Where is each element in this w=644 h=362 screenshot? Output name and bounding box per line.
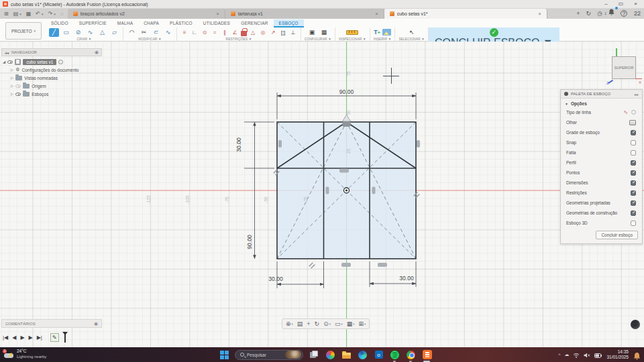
- play-button[interactable]: ▶: [20, 335, 24, 341]
- spline-tool-icon[interactable]: ∿: [85, 28, 95, 37]
- collapse-browser-icon[interactable]: ◂◂: [5, 50, 9, 55]
- pontos-checkbox[interactable]: [631, 170, 636, 176]
- assistant-button[interactable]: [631, 320, 640, 329]
- undo-caret-icon[interactable]: ▾: [42, 11, 44, 17]
- dim-bottom-left[interactable]: 30.00: [268, 276, 283, 282]
- configure-table-icon[interactable]: ▦: [319, 28, 329, 37]
- step-forward-button[interactable]: ▶: [29, 335, 33, 341]
- tree-root-row[interactable]: ◢ cubo setas v1 ◦: [1, 58, 102, 66]
- modificar-group-label[interactable]: MODIFICAR ▼: [138, 37, 161, 41]
- app-menu-icon[interactable]: ⊞: [4, 11, 9, 17]
- spline-linetype-icon[interactable]: ∿: [623, 109, 628, 115]
- project-button[interactable]: PROJETO▾: [5, 22, 42, 40]
- sync-status-icon[interactable]: ↻: [586, 9, 592, 18]
- minimize-button[interactable]: –: [604, 0, 607, 8]
- tree-item-vistas[interactable]: ▷ Vistas nomeadas: [1, 74, 102, 82]
- geom-projetadas-checkbox[interactable]: [631, 200, 636, 206]
- tab-chapa[interactable]: CHAPA: [138, 19, 164, 27]
- configure-feature-icon[interactable]: ▣: [307, 28, 317, 37]
- new-tab-button[interactable]: +: [576, 9, 580, 18]
- tab-solido[interactable]: SÓLIDO: [46, 19, 74, 27]
- dim-band-height[interactable]: 30.00: [235, 137, 242, 152]
- close-tab-icon[interactable]: ×: [199, 11, 219, 16]
- restricoes-group-label[interactable]: RESTRIÇÕES ▼: [226, 37, 252, 41]
- sketch-dimension-icon[interactable]: ≡: [180, 28, 189, 37]
- snap-checkbox[interactable]: [631, 140, 636, 145]
- zoom-icon[interactable]: ⊙▾: [323, 320, 331, 327]
- file-explorer-button[interactable]: [341, 350, 352, 360]
- grade-checkbox[interactable]: [631, 130, 636, 135]
- tangent-constraint-icon[interactable]: ⊙: [201, 28, 209, 37]
- step-back-button[interactable]: ◀: [12, 335, 16, 341]
- symmetry-constraint-icon[interactable]: [¦]: [279, 28, 287, 37]
- root-label[interactable]: cubo setas v1: [23, 59, 56, 65]
- curvature-constraint-icon[interactable]: ⊥: [289, 28, 297, 37]
- polyline-linetype-icon[interactable]: ⬡: [631, 109, 636, 115]
- clock-widget[interactable]: 14:35 31/01/2025: [606, 349, 629, 360]
- wifi-icon[interactable]: [573, 349, 580, 361]
- timeline-playhead[interactable]: [64, 333, 66, 343]
- maximize-button[interactable]: ▭: [619, 0, 624, 8]
- undo-icon[interactable]: ↶: [36, 11, 40, 17]
- trim-tool-icon[interactable]: ✂: [139, 28, 149, 37]
- slot-tool-icon[interactable]: ▱: [109, 28, 119, 37]
- viewports-icon[interactable]: ⊞▾: [359, 320, 366, 327]
- look-at-icon[interactable]: [629, 120, 636, 125]
- browser-header[interactable]: ◂◂ NAVEGADOR ◉: [1, 48, 102, 56]
- spotify-button[interactable]: [390, 350, 400, 360]
- visibility-eye-icon[interactable]: [15, 84, 21, 88]
- tab-malha[interactable]: MALHA: [112, 19, 138, 27]
- fillet-tool-icon[interactable]: ◠: [127, 28, 137, 37]
- search-box[interactable]: Pesquisar: [235, 350, 303, 360]
- perfil-checkbox[interactable]: [631, 160, 636, 166]
- ground-icon[interactable]: ◦: [58, 60, 63, 64]
- tab-plastico[interactable]: PLÁSTICO: [164, 19, 198, 27]
- concluir-esboco-button[interactable]: Concluir esboço: [596, 231, 638, 239]
- polygon-constraint-icon[interactable]: △: [249, 28, 257, 37]
- start-button[interactable]: [220, 351, 229, 359]
- insert-image-icon[interactable]: [382, 29, 391, 36]
- expander-icon[interactable]: ▷: [11, 68, 13, 72]
- outlook-button[interactable]: o: [374, 350, 384, 360]
- grid-settings-icon[interactable]: ▦▾: [347, 320, 355, 327]
- visibility-eye-icon[interactable]: [7, 60, 13, 64]
- weather-widget[interactable]: ⚡ 1 24°C Lightning nearby: [4, 349, 46, 359]
- expander-icon[interactable]: ▷: [11, 92, 13, 96]
- fix-constraint-lock-icon[interactable]: [241, 31, 247, 36]
- redo-icon[interactable]: ↷: [48, 11, 53, 17]
- horizontal-vertical-constraint-icon[interactable]: ∟: [191, 28, 199, 37]
- battery-icon[interactable]: [594, 349, 602, 361]
- close-tab-icon[interactable]: ×: [358, 11, 378, 16]
- equal-constraint-icon[interactable]: =: [211, 28, 219, 37]
- tree-item-esbocos[interactable]: ▷ Esboços: [1, 90, 102, 98]
- chrome-button[interactable]: [406, 350, 416, 360]
- display-settings-icon[interactable]: ▭▾: [335, 320, 343, 327]
- tab-utilidades[interactable]: UTILIDADES: [198, 19, 235, 27]
- apex-constraint-icon[interactable]: [343, 121, 351, 127]
- job-status-icon[interactable]: ◷1: [597, 9, 602, 18]
- expander-icon[interactable]: ▷: [11, 84, 13, 88]
- look-at-icon[interactable]: ▤: [297, 320, 303, 327]
- tab-superficie[interactable]: SUPERFÍCIE: [74, 19, 112, 27]
- viewcube-face-superior[interactable]: SUPERIOR: [612, 56, 636, 79]
- line-tool-icon[interactable]: ╱: [49, 28, 59, 37]
- pan-icon[interactable]: +: [307, 320, 310, 327]
- polygon-tool-icon[interactable]: △: [97, 28, 107, 37]
- dim-top-width[interactable]: 90.00: [339, 88, 354, 95]
- palette-header[interactable]: PALETA DE ESBOÇO ▸▸: [561, 90, 642, 99]
- tree-item-origem[interactable]: ▷ Origem: [1, 82, 102, 90]
- tab-esboco[interactable]: ESBOÇO: [274, 19, 304, 27]
- measure-tool-icon[interactable]: [346, 30, 358, 35]
- text-tool-icon[interactable]: T+: [374, 29, 380, 36]
- comments-panel[interactable]: COMENTÁRIOS ◉: [1, 319, 102, 328]
- comments-options-icon[interactable]: ◉: [94, 321, 98, 326]
- onedrive-icon[interactable]: ☁: [564, 352, 569, 357]
- selecionar-group-label[interactable]: SELECIONAR ▼: [398, 37, 425, 41]
- expander-icon[interactable]: ▷: [11, 76, 13, 80]
- concentric-constraint-icon[interactable]: ◎: [259, 28, 267, 37]
- criar-group-label[interactable]: CRIAR ▼: [77, 37, 92, 41]
- save-icon[interactable]: ▦: [26, 11, 32, 17]
- notifications-bell-icon[interactable]: [608, 9, 614, 18]
- orbit-icon[interactable]: ⊕▾: [286, 320, 293, 327]
- fusion-app-button[interactable]: [422, 350, 432, 360]
